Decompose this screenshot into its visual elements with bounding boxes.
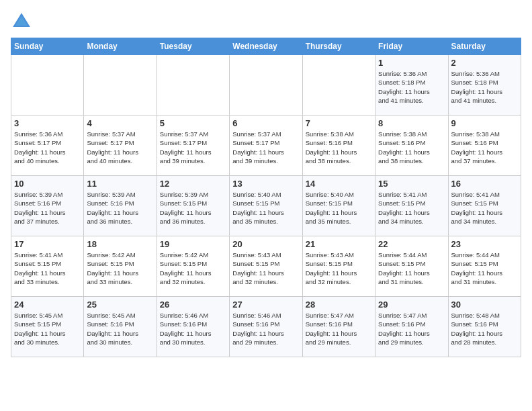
col-friday: Friday <box>375 38 448 55</box>
logo <box>11 11 35 32</box>
day-info: Sunrise: 5:39 AM Sunset: 5:15 PM Dayligh… <box>160 190 226 226</box>
day-number: 19 <box>160 239 226 249</box>
day-number: 29 <box>378 300 445 310</box>
calendar-cell <box>157 55 229 116</box>
day-number: 25 <box>87 300 153 310</box>
day-number: 27 <box>232 300 299 310</box>
day-info: Sunrise: 5:36 AM Sunset: 5:18 PM Dayligh… <box>378 69 445 105</box>
day-info: Sunrise: 5:47 AM Sunset: 5:16 PM Dayligh… <box>306 311 372 347</box>
calendar-table: Sunday Monday Tuesday Wednesday Thursday… <box>11 38 521 357</box>
header-row: Sunday Monday Tuesday Wednesday Thursday… <box>11 38 521 55</box>
day-info: Sunrise: 5:43 AM Sunset: 5:15 PM Dayligh… <box>232 250 299 286</box>
calendar-cell: 23Sunrise: 5:44 AM Sunset: 5:15 PM Dayli… <box>448 236 521 297</box>
calendar-cell: 17Sunrise: 5:41 AM Sunset: 5:15 PM Dayli… <box>11 236 84 297</box>
calendar-cell: 6Sunrise: 5:37 AM Sunset: 5:17 PM Daylig… <box>230 116 302 176</box>
calendar-week-1: 1Sunrise: 5:36 AM Sunset: 5:18 PM Daylig… <box>11 55 521 116</box>
calendar-cell: 11Sunrise: 5:39 AM Sunset: 5:16 PM Dayli… <box>84 176 157 236</box>
col-sunday: Sunday <box>11 38 84 55</box>
day-number: 8 <box>378 118 445 128</box>
day-number: 22 <box>378 239 445 249</box>
day-number: 21 <box>306 239 372 249</box>
day-number: 28 <box>306 300 372 310</box>
calendar-cell: 13Sunrise: 5:40 AM Sunset: 5:15 PM Dayli… <box>230 176 302 236</box>
col-thursday: Thursday <box>302 38 375 55</box>
day-number: 10 <box>14 179 81 189</box>
calendar-cell: 14Sunrise: 5:40 AM Sunset: 5:15 PM Dayli… <box>302 176 375 236</box>
day-number: 1 <box>378 58 445 68</box>
day-number: 14 <box>306 179 372 189</box>
day-info: Sunrise: 5:38 AM Sunset: 5:16 PM Dayligh… <box>378 130 445 165</box>
day-number: 9 <box>451 118 518 128</box>
day-info: Sunrise: 5:42 AM Sunset: 5:15 PM Dayligh… <box>87 250 153 286</box>
day-number: 20 <box>232 239 299 249</box>
calendar-cell: 28Sunrise: 5:47 AM Sunset: 5:16 PM Dayli… <box>302 297 375 357</box>
day-info: Sunrise: 5:37 AM Sunset: 5:17 PM Dayligh… <box>232 130 299 165</box>
day-info: Sunrise: 5:38 AM Sunset: 5:16 PM Dayligh… <box>451 130 518 165</box>
calendar-cell: 12Sunrise: 5:39 AM Sunset: 5:15 PM Dayli… <box>157 176 229 236</box>
calendar-cell: 16Sunrise: 5:41 AM Sunset: 5:15 PM Dayli… <box>448 176 521 236</box>
calendar-week-2: 3Sunrise: 5:36 AM Sunset: 5:17 PM Daylig… <box>11 116 521 176</box>
calendar-week-3: 10Sunrise: 5:39 AM Sunset: 5:16 PM Dayli… <box>11 176 521 236</box>
day-info: Sunrise: 5:40 AM Sunset: 5:15 PM Dayligh… <box>232 190 299 226</box>
day-number: 6 <box>232 118 299 128</box>
day-info: Sunrise: 5:37 AM Sunset: 5:17 PM Dayligh… <box>87 130 153 165</box>
day-info: Sunrise: 5:41 AM Sunset: 5:15 PM Dayligh… <box>378 190 445 226</box>
calendar-header: Sunday Monday Tuesday Wednesday Thursday… <box>11 38 521 55</box>
calendar-cell: 19Sunrise: 5:42 AM Sunset: 5:15 PM Dayli… <box>157 236 229 297</box>
calendar-cell: 20Sunrise: 5:43 AM Sunset: 5:15 PM Dayli… <box>230 236 302 297</box>
day-info: Sunrise: 5:44 AM Sunset: 5:15 PM Dayligh… <box>378 250 445 286</box>
day-info: Sunrise: 5:47 AM Sunset: 5:16 PM Dayligh… <box>378 311 445 347</box>
day-info: Sunrise: 5:37 AM Sunset: 5:17 PM Dayligh… <box>160 130 226 165</box>
day-info: Sunrise: 5:44 AM Sunset: 5:15 PM Dayligh… <box>451 250 518 286</box>
logo-icon <box>11 11 32 32</box>
day-info: Sunrise: 5:43 AM Sunset: 5:15 PM Dayligh… <box>306 250 372 286</box>
day-info: Sunrise: 5:45 AM Sunset: 5:15 PM Dayligh… <box>14 311 81 347</box>
calendar-cell: 2Sunrise: 5:36 AM Sunset: 5:18 PM Daylig… <box>448 55 521 116</box>
calendar-cell: 24Sunrise: 5:45 AM Sunset: 5:15 PM Dayli… <box>11 297 84 357</box>
day-info: Sunrise: 5:39 AM Sunset: 5:16 PM Dayligh… <box>14 190 81 226</box>
day-info: Sunrise: 5:36 AM Sunset: 5:18 PM Dayligh… <box>451 69 518 105</box>
col-saturday: Saturday <box>448 38 521 55</box>
day-number: 11 <box>87 179 153 189</box>
calendar-cell: 5Sunrise: 5:37 AM Sunset: 5:17 PM Daylig… <box>157 116 229 176</box>
day-number: 5 <box>160 118 226 128</box>
calendar-cell: 8Sunrise: 5:38 AM Sunset: 5:16 PM Daylig… <box>375 116 448 176</box>
day-number: 15 <box>378 179 445 189</box>
calendar-cell: 25Sunrise: 5:45 AM Sunset: 5:16 PM Dayli… <box>84 297 157 357</box>
calendar-cell: 18Sunrise: 5:42 AM Sunset: 5:15 PM Dayli… <box>84 236 157 297</box>
day-info: Sunrise: 5:48 AM Sunset: 5:16 PM Dayligh… <box>451 311 518 347</box>
calendar-cell: 9Sunrise: 5:38 AM Sunset: 5:16 PM Daylig… <box>448 116 521 176</box>
col-wednesday: Wednesday <box>230 38 302 55</box>
calendar-cell: 7Sunrise: 5:38 AM Sunset: 5:16 PM Daylig… <box>302 116 375 176</box>
day-info: Sunrise: 5:36 AM Sunset: 5:17 PM Dayligh… <box>14 130 81 165</box>
day-info: Sunrise: 5:38 AM Sunset: 5:16 PM Dayligh… <box>306 130 372 165</box>
day-number: 7 <box>306 118 372 128</box>
calendar-body: 1Sunrise: 5:36 AM Sunset: 5:18 PM Daylig… <box>11 55 521 357</box>
calendar-cell: 10Sunrise: 5:39 AM Sunset: 5:16 PM Dayli… <box>11 176 84 236</box>
day-info: Sunrise: 5:46 AM Sunset: 5:16 PM Dayligh… <box>160 311 226 347</box>
calendar-cell <box>84 55 157 116</box>
day-number: 18 <box>87 239 153 249</box>
day-number: 23 <box>451 239 518 249</box>
col-monday: Monday <box>84 38 157 55</box>
day-number: 2 <box>451 58 518 68</box>
calendar-cell <box>11 55 84 116</box>
day-info: Sunrise: 5:42 AM Sunset: 5:15 PM Dayligh… <box>160 250 226 286</box>
day-info: Sunrise: 5:41 AM Sunset: 5:15 PM Dayligh… <box>451 190 518 226</box>
col-tuesday: Tuesday <box>157 38 229 55</box>
calendar-cell: 30Sunrise: 5:48 AM Sunset: 5:16 PM Dayli… <box>448 297 521 357</box>
calendar-cell: 3Sunrise: 5:36 AM Sunset: 5:17 PM Daylig… <box>11 116 84 176</box>
calendar-cell: 26Sunrise: 5:46 AM Sunset: 5:16 PM Dayli… <box>157 297 229 357</box>
calendar-cell: 1Sunrise: 5:36 AM Sunset: 5:18 PM Daylig… <box>375 55 448 116</box>
day-info: Sunrise: 5:45 AM Sunset: 5:16 PM Dayligh… <box>87 311 153 347</box>
day-number: 17 <box>14 239 81 249</box>
calendar-cell: 15Sunrise: 5:41 AM Sunset: 5:15 PM Dayli… <box>375 176 448 236</box>
day-info: Sunrise: 5:39 AM Sunset: 5:16 PM Dayligh… <box>87 190 153 226</box>
day-number: 24 <box>14 300 81 310</box>
page-header <box>11 11 521 32</box>
day-number: 12 <box>160 179 226 189</box>
calendar-cell <box>302 55 375 116</box>
day-number: 26 <box>160 300 226 310</box>
calendar-cell: 29Sunrise: 5:47 AM Sunset: 5:16 PM Dayli… <box>375 297 448 357</box>
day-number: 16 <box>451 179 518 189</box>
